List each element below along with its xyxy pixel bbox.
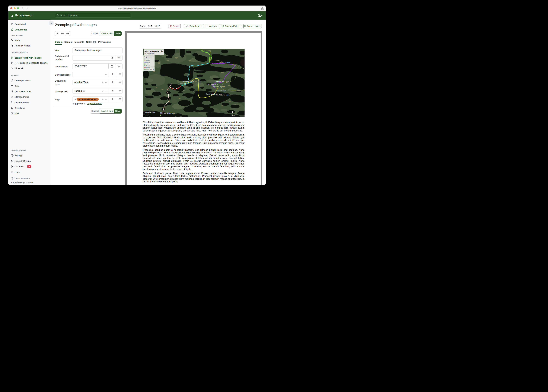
svg-text:3 mi: 3 mi	[232, 115, 235, 116]
svg-text:Day 3: Day 3	[146, 62, 150, 63]
svg-text:Charlies Island: Charlies Island	[166, 112, 176, 114]
svg-text:Boundary Waters Trip: Boundary Waters Trip	[144, 50, 163, 52]
svg-text:Gary Island: Gary Island	[180, 83, 188, 84]
svg-text:Day 5: Day 5	[146, 65, 150, 66]
svg-text:Six days in BWCA: Six days in BWCA	[144, 53, 156, 54]
svg-text:Half Dog Island: Half Dog Island	[208, 84, 218, 86]
svg-text:Squirrel Island: Squirrel Island	[220, 94, 230, 96]
svg-text:Google Earth: Google Earth	[144, 111, 155, 113]
svg-text:Entry Point 24: Entry Point 24	[146, 69, 154, 70]
svg-text:?: ?	[12, 177, 13, 179]
svg-text:N: N	[231, 114, 233, 116]
svg-text:Legend: Legend	[144, 56, 149, 57]
svg-text:Day 4: Day 4	[146, 63, 150, 65]
svg-text:Text: Text	[191, 90, 196, 92]
svg-text:Day 2: Day 2	[146, 60, 150, 61]
svg-text:Lincoln Island: Lincoln Island	[216, 90, 225, 92]
svg-text:© 2017 Google: © 2017 Google	[144, 114, 149, 115]
svg-text:New York Island: New York Island	[182, 81, 194, 83]
svg-text:Image © 2017 DigitalGlobe: Image © 2017 DigitalGlobe	[143, 116, 153, 117]
svg-text:Indian Grave Island: Indian Grave Island	[216, 81, 229, 83]
svg-text:Washington Island: Washington Island	[212, 85, 225, 87]
svg-text:Hausons Island: Hausons Island	[219, 62, 230, 63]
svg-text:Day 1: Day 1	[146, 58, 150, 59]
svg-text:Day 6: Day 6	[146, 67, 150, 68]
